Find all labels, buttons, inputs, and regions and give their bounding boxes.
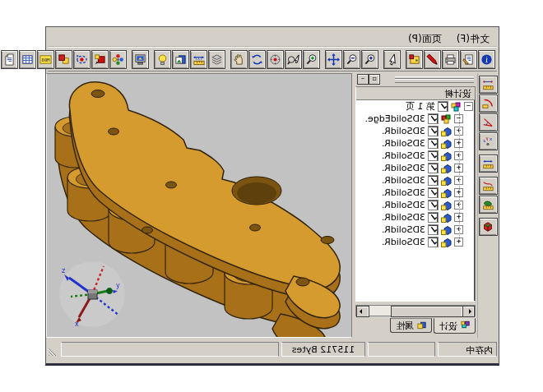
visibility-checkbox[interactable]	[428, 138, 439, 149]
3d-model-scene: zxy	[47, 74, 351, 337]
props-tab-icon	[414, 321, 427, 332]
visibility-checkbox[interactable]	[428, 126, 439, 136]
palette-icon	[408, 53, 420, 66]
tree-row[interactable]: +3DSolidR.	[356, 125, 475, 137]
area-measure-button[interactable]	[479, 196, 498, 214]
visibility-checkbox[interactable]	[438, 101, 448, 112]
red-square-button[interactable]	[91, 50, 109, 69]
tree-item-label: 3DSolidR.	[382, 200, 425, 210]
visibility-checkbox[interactable]	[428, 200, 439, 210]
visibility-checkbox[interactable]	[428, 187, 439, 198]
menu-item-0[interactable]: 文件(F)	[449, 30, 497, 45]
panel-tab-design[interactable]: 设计	[434, 318, 476, 334]
hand-button[interactable]	[230, 50, 248, 69]
visibility-checkbox[interactable]	[428, 212, 439, 223]
arc-measure-button[interactable]	[479, 95, 498, 113]
tree-row[interactable]: +3DSolidR.	[356, 174, 475, 187]
new-doc-button[interactable]	[1, 50, 18, 69]
zoom-window-icon	[287, 53, 299, 66]
solid-cube-button[interactable]	[479, 218, 498, 236]
tree-row[interactable]: +3DSolidR.	[356, 137, 475, 150]
status-field-b	[368, 342, 435, 357]
resize-grip-icon	[48, 342, 58, 357]
svg-text:z: z	[484, 138, 486, 143]
horizontal-dim-button[interactable]	[479, 154, 498, 173]
tree-row[interactable]: +3DSolidR.	[356, 236, 475, 248]
circle-arrows-button[interactable]	[73, 50, 90, 69]
bulb-button[interactable]	[154, 50, 171, 69]
status-filesize: 115712 Bytes	[281, 342, 365, 357]
angle-measure-button[interactable]	[479, 113, 498, 131]
axis-label-x: x	[75, 321, 79, 328]
visibility-checkbox[interactable]	[428, 113, 439, 124]
zoom-window-button[interactable]	[285, 50, 302, 69]
svg-text:i: i	[485, 54, 488, 63]
cubes-button[interactable]	[55, 50, 72, 69]
palette-button[interactable]	[406, 50, 423, 69]
visibility-checkbox[interactable]	[428, 237, 439, 247]
pan-arrows-button[interactable]	[325, 50, 342, 69]
area-measure-icon	[482, 199, 495, 210]
zoom-out-button[interactable]	[343, 50, 360, 69]
tree-item-label: 3DSolidR.	[382, 212, 425, 223]
cursor-button[interactable]	[383, 50, 401, 69]
scroll-left-button[interactable]	[462, 306, 475, 317]
printer-button[interactable]	[442, 50, 459, 69]
zoom-select-icon	[305, 53, 318, 66]
visibility-checkbox[interactable]	[428, 150, 439, 161]
zoom-in-button[interactable]	[361, 50, 378, 69]
monitor-button[interactable]	[132, 50, 149, 69]
curve-measure-button[interactable]	[479, 177, 498, 195]
rotate-view-icon	[251, 53, 263, 66]
menu-item-1[interactable]: 页面(P)	[401, 30, 449, 45]
measure-ruler-button[interactable]: TXT	[190, 50, 207, 69]
scroll-right-button[interactable]	[356, 306, 369, 317]
red-pen-icon	[426, 53, 439, 66]
table-button[interactable]	[19, 50, 36, 69]
tree-row[interactable]: −3DSolidEdge.	[356, 113, 475, 125]
visibility-checkbox[interactable]	[428, 224, 439, 235]
xyz-coord-button[interactable]: xyz	[479, 132, 498, 150]
tree-row[interactable]: +3DSolidR.	[356, 150, 475, 162]
page-setup-button[interactable]	[460, 50, 477, 69]
resize-grip[interactable]	[48, 342, 58, 357]
gear-flower-button[interactable]	[109, 50, 127, 69]
tree-item-label: 3DSolidR.	[382, 224, 425, 235]
tree-connector-line	[458, 113, 460, 242]
red-pen-button[interactable]	[424, 50, 441, 69]
tree-row[interactable]: +3DSolidR.	[356, 187, 475, 199]
zoom-select-button[interactable]	[303, 50, 320, 69]
layers-button[interactable]	[208, 50, 225, 69]
tree-item-label: 第 1 页	[406, 100, 435, 113]
scrollbar-thumb[interactable]	[391, 306, 463, 317]
measure-ruler-icon: TXT	[193, 53, 205, 66]
gcode-button[interactable]: M08	[37, 50, 54, 69]
dimension-ruler-button[interactable]	[479, 76, 498, 94]
tree-row[interactable]: +3DSolidR.	[356, 224, 475, 236]
collapse-box-icon[interactable]: −	[464, 102, 473, 111]
feature-tree-box: 设计树 −第 1 页−3DSolidEdge.+3DSolidR.+3DSoli…	[355, 86, 476, 302]
panel-tab-properties[interactable]: 属性	[390, 318, 432, 333]
render-book-button[interactable]	[172, 50, 189, 69]
render-book-icon	[174, 53, 187, 66]
info-button[interactable]: i	[478, 50, 495, 69]
status-bar: 内存中 115712 Bytes	[48, 340, 497, 359]
rotate-view-button[interactable]	[248, 50, 266, 69]
layers-icon	[211, 53, 223, 66]
solid-part-icon	[440, 213, 452, 223]
visibility-checkbox[interactable]	[428, 175, 439, 186]
tree-row[interactable]: −第 1 页	[356, 100, 475, 113]
tree-row[interactable]: +3DSolidR.	[356, 199, 475, 211]
visibility-checkbox[interactable]	[428, 163, 439, 173]
model-viewport[interactable]: zxy	[46, 73, 352, 338]
tree-row[interactable]: +3DSolidR.	[356, 162, 475, 174]
tree-horizontal-scrollbar[interactable]	[355, 305, 476, 316]
orbit-button[interactable]	[267, 50, 284, 69]
tree-item-label: 3DSolidR.	[382, 175, 425, 186]
dimension-ruler-icon	[482, 79, 495, 90]
tree-row[interactable]: +3DSolidR.	[356, 211, 475, 224]
panel-minimize-button[interactable]: –	[357, 74, 369, 85]
page-background: { "menu": { "items": [ { "label": "文件(F)…	[0, 0, 543, 392]
panel-drag-grip[interactable]	[395, 76, 474, 83]
panel-restore-button[interactable]: ▫	[369, 74, 380, 85]
